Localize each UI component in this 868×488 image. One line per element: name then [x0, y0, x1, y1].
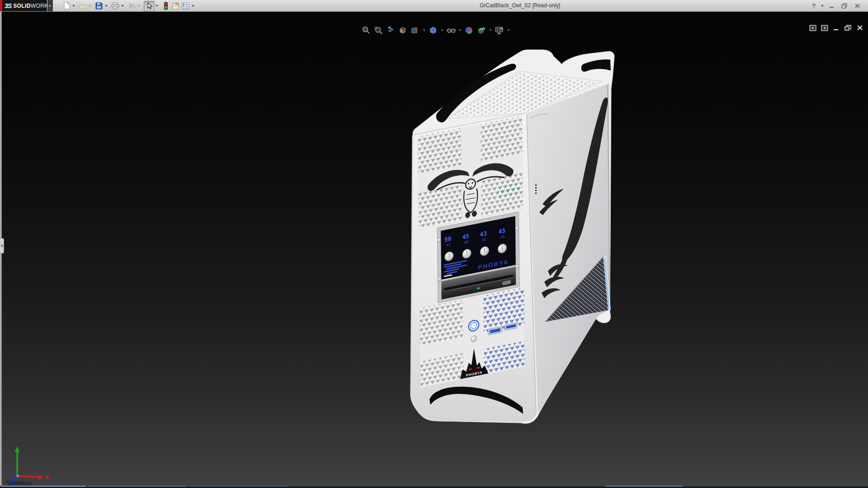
child-minimize-button[interactable] — [832, 24, 840, 31]
restore-icon — [841, 3, 848, 9]
edit-appearance-icon — [465, 26, 474, 35]
show-left-pane-button[interactable] — [809, 24, 816, 31]
rebuild-traffic-light-icon — [164, 2, 168, 10]
show-left-pane-icon — [809, 25, 816, 31]
heads-up-view-toolbar — [361, 24, 511, 36]
view-settings-dropdown[interactable] — [506, 25, 511, 36]
open-document-dropdown[interactable] — [88, 1, 92, 10]
view-orientation-icon — [410, 26, 420, 35]
hide-show-items-dropdown[interactable] — [458, 25, 462, 36]
zoom-to-fit-icon — [362, 26, 371, 35]
taskbar-segment — [606, 486, 683, 487]
brand-name-bold: SOLID — [13, 3, 31, 9]
view-orientation-button[interactable] — [410, 25, 420, 36]
zoom-to-fit-button[interactable] — [361, 25, 372, 36]
menu-flyout-arrow[interactable]: ▸ — [47, 0, 53, 11]
options-button[interactable] — [181, 1, 191, 10]
taskbar-segment — [88, 486, 187, 487]
close-icon — [854, 3, 860, 9]
svg-text:41: 41 — [446, 243, 451, 248]
apply-scene-button[interactable] — [476, 25, 487, 36]
previous-view-icon — [386, 26, 395, 35]
select-arrow-icon — [146, 2, 153, 10]
logo-accent — [0, 0, 2, 11]
taskbar-segment — [189, 486, 288, 487]
help-button[interactable]: ? — [808, 1, 819, 10]
restore-button[interactable] — [839, 1, 850, 10]
show-right-pane-icon — [821, 25, 828, 31]
svg-text:58: 58 — [444, 235, 451, 243]
view-orientation-dropdown[interactable] — [422, 25, 426, 36]
open-document-button[interactable] — [78, 1, 88, 10]
zoom-to-area-icon — [374, 26, 383, 35]
svg-text:43: 43 — [480, 230, 487, 238]
solidworks-logo: 3S SOLIDWORKS — [0, 0, 47, 11]
display-style-button[interactable] — [428, 25, 439, 36]
undo-button[interactable] — [127, 1, 137, 10]
ds-logo-mark: 3S — [5, 2, 11, 9]
svg-text:32: 32 — [482, 237, 486, 242]
orientation-triad — [8, 446, 49, 484]
new-document-dropdown[interactable] — [71, 1, 76, 10]
child-restore-icon — [844, 25, 851, 31]
previous-view-button[interactable] — [385, 25, 396, 36]
display-style-icon — [429, 26, 438, 35]
solidworks-window: 3S SOLIDWORKS ▸ — [0, 0, 868, 488]
graphics-viewport[interactable]: 58 41 45 40 43 32 45 43 — [0, 11, 868, 486]
undo-dropdown[interactable] — [137, 1, 141, 10]
select-tool-button[interactable] — [144, 1, 155, 11]
taskbar-sliver — [0, 486, 868, 488]
edit-appearance-button[interactable] — [464, 25, 475, 36]
document-title: GrCadBlack_Owl_S2 [Read-only] — [461, 0, 579, 11]
view-settings-icon — [495, 26, 505, 35]
print-dropdown[interactable] — [120, 1, 125, 10]
options-icon — [182, 2, 190, 9]
select-tool-dropdown[interactable] — [154, 1, 159, 10]
hide-show-items-icon — [446, 26, 456, 35]
triad-y-axis — [15, 446, 20, 452]
save-button[interactable] — [94, 1, 104, 10]
new-document-icon — [63, 2, 71, 9]
save-dropdown[interactable] — [104, 1, 108, 10]
new-document-button[interactable] — [61, 1, 71, 10]
file-properties-button[interactable] — [171, 1, 181, 10]
fan-controller-bay: 58 41 45 40 43 32 45 43 — [437, 212, 519, 303]
model-scene: 58 41 45 40 43 32 45 43 — [0, 0, 868, 488]
feature-manager-expand-tab[interactable] — [0, 238, 4, 253]
section-view-button[interactable] — [397, 25, 408, 36]
triad-x-axis — [38, 475, 43, 480]
hide-show-items-button[interactable] — [446, 25, 457, 36]
save-icon — [95, 2, 103, 9]
case-side-panel — [527, 83, 610, 415]
document-window-controls — [809, 24, 863, 31]
section-view-icon — [398, 26, 407, 35]
svg-text:45: 45 — [462, 232, 469, 240]
print-icon — [111, 2, 119, 9]
rebuild-button[interactable] — [161, 1, 171, 10]
minimize-button[interactable] — [826, 1, 837, 10]
child-restore-button[interactable] — [844, 24, 852, 31]
view-settings-button[interactable] — [494, 25, 505, 36]
show-right-pane-button[interactable] — [821, 24, 828, 31]
svg-text:40: 40 — [464, 240, 468, 245]
apply-scene-dropdown[interactable] — [488, 25, 493, 36]
apply-scene-icon — [477, 26, 486, 35]
child-close-button[interactable] — [856, 24, 863, 31]
child-close-icon — [857, 25, 863, 31]
taskbar-segment — [1, 486, 86, 487]
help-dropdown[interactable] — [820, 1, 825, 10]
case-front-panel: 58 41 45 40 43 32 45 43 — [411, 113, 536, 422]
pc-case-model: 58 41 45 40 43 32 45 43 — [410, 50, 614, 423]
svg-text:45: 45 — [499, 227, 505, 235]
close-button[interactable] — [852, 1, 863, 10]
svg-text:43: 43 — [500, 235, 505, 239]
minimize-icon — [829, 3, 835, 9]
open-document-icon — [79, 2, 87, 9]
undo-icon — [128, 2, 136, 9]
options-dropdown[interactable] — [191, 1, 195, 10]
file-properties-icon — [172, 2, 180, 9]
child-minimize-icon — [833, 25, 839, 31]
display-style-dropdown[interactable] — [440, 25, 444, 36]
print-button[interactable] — [110, 1, 120, 10]
zoom-to-area-button[interactable] — [373, 25, 384, 36]
